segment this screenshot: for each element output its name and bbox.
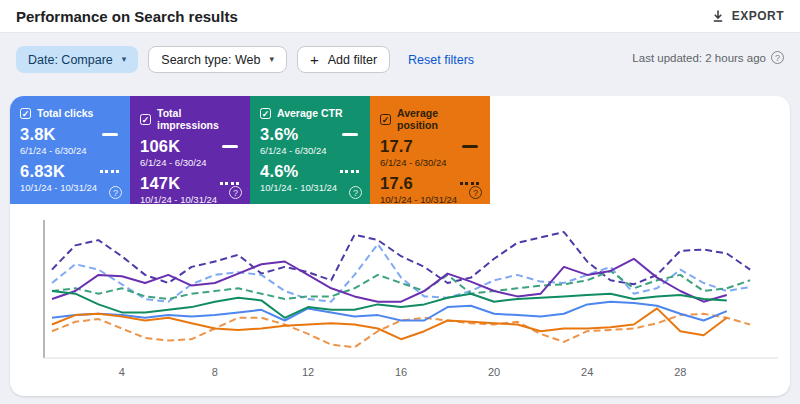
date-filter-label: Date: Compare <box>28 53 113 67</box>
x-axis-tick-label: 12 <box>302 366 314 378</box>
dashed-line-legend-icon <box>340 170 359 173</box>
x-axis-tick-label: 24 <box>581 366 593 378</box>
x-axis-tick-label: 16 <box>395 366 407 378</box>
date-range-current: 6/1/24 - 6/30/24 <box>20 145 120 156</box>
metric-value-compare: 17.6 <box>380 174 413 193</box>
export-label: EXPORT <box>732 9 784 23</box>
top-bar: Performance on Search results EXPORT <box>0 0 800 33</box>
chart-line-position-current <box>52 308 727 339</box>
chart-svg: 481216202428 <box>10 212 790 388</box>
date-filter-chip[interactable]: Date: Compare ▾ <box>16 46 138 73</box>
checkbox-checked-icon[interactable]: ✓ <box>140 114 151 125</box>
search-type-label: Search type: Web <box>161 53 260 67</box>
checkbox-checked-icon[interactable]: ✓ <box>380 114 391 125</box>
plus-icon: + <box>310 52 319 67</box>
chart-line-ctr-compare <box>52 271 750 299</box>
performance-panel: ✓ Total clicks 3.8K 6/1/24 - 6/30/24 6.8… <box>10 96 790 396</box>
metric-card-average-ctr[interactable]: ✓ Average CTR 3.6% 6/1/24 - 6/30/24 4.6%… <box>250 96 370 204</box>
add-filter-button[interactable]: + Add filter <box>297 46 390 73</box>
help-icon[interactable]: ? <box>469 186 482 199</box>
metric-value-compare: 4.6% <box>260 162 298 181</box>
date-range-current: 6/1/24 - 6/30/24 <box>140 157 240 168</box>
metric-value-current: 3.8K <box>20 125 56 144</box>
metric-card-title: Total impressions <box>157 107 240 131</box>
download-icon <box>711 9 725 23</box>
metric-value-compare: 6.83K <box>20 162 65 181</box>
metric-value-current: 17.7 <box>380 137 413 156</box>
metric-card-title: Average position <box>397 107 480 131</box>
search-type-filter-chip[interactable]: Search type: Web ▾ <box>148 46 287 73</box>
chevron-down-icon: ▾ <box>269 55 274 64</box>
x-axis-tick-label: 28 <box>674 366 686 378</box>
metric-value-current: 106K <box>140 137 180 156</box>
date-range-compare: 10/1/24 - 10/31/24 <box>140 194 240 205</box>
checkbox-checked-icon[interactable]: ✓ <box>260 108 271 119</box>
date-range-current: 6/1/24 - 6/30/24 <box>380 157 480 168</box>
metric-card-title: Total clicks <box>37 107 93 119</box>
help-icon[interactable]: ? <box>771 51 784 64</box>
dashed-line-legend-icon <box>460 182 479 185</box>
metric-value-compare: 147K <box>140 174 180 193</box>
dashed-line-legend-icon <box>100 170 119 173</box>
x-axis-tick-label: 20 <box>488 366 500 378</box>
solid-line-legend-icon <box>462 145 478 148</box>
chevron-down-icon: ▾ <box>122 55 127 64</box>
help-icon[interactable]: ? <box>349 186 362 199</box>
chart-line-clicks-compare <box>52 244 750 302</box>
solid-line-legend-icon <box>222 145 238 148</box>
metric-card-total-impressions[interactable]: ✓ Total impressions 106K 6/1/24 - 6/30/2… <box>130 96 250 204</box>
metric-card-average-position[interactable]: ✓ Average position 17.7 6/1/24 - 6/30/24… <box>370 96 490 204</box>
export-button[interactable]: EXPORT <box>711 9 784 23</box>
metric-value-current: 3.6% <box>260 125 298 144</box>
x-axis-tick-label: 4 <box>119 366 125 378</box>
metric-card-total-clicks[interactable]: ✓ Total clicks 3.8K 6/1/24 - 6/30/24 6.8… <box>10 96 130 204</box>
metric-card-title: Average CTR <box>277 107 343 119</box>
page-title: Performance on Search results <box>16 8 238 25</box>
last-updated-text: Last updated: 2 hours ago <box>632 52 766 64</box>
x-axis-tick-label: 8 <box>212 366 218 378</box>
date-range-compare: 10/1/24 - 10/31/24 <box>380 194 480 205</box>
chart-line-ctr-current <box>52 291 727 318</box>
date-range-compare: 10/1/24 - 10/31/24 <box>260 182 360 193</box>
filter-bar: Date: Compare ▾ Search type: Web ▾ + Add… <box>0 33 800 73</box>
checkbox-checked-icon[interactable]: ✓ <box>20 108 31 119</box>
last-updated: Last updated: 2 hours ago ? <box>632 51 784 64</box>
metric-cards-row: ✓ Total clicks 3.8K 6/1/24 - 6/30/24 6.8… <box>10 96 790 204</box>
dashed-line-legend-icon <box>220 182 239 185</box>
date-range-compare: 10/1/24 - 10/31/24 <box>20 182 120 193</box>
solid-line-legend-icon <box>342 133 358 136</box>
help-icon[interactable]: ? <box>229 186 242 199</box>
help-icon[interactable]: ? <box>109 186 122 199</box>
add-filter-label: Add filter <box>328 53 377 67</box>
chart-line-impressions-current <box>52 259 727 302</box>
performance-line-chart[interactable]: 481216202428 <box>10 212 790 388</box>
reset-filters-link[interactable]: Reset filters <box>408 53 474 67</box>
solid-line-legend-icon <box>102 133 118 136</box>
date-range-current: 6/1/24 - 6/30/24 <box>260 145 360 156</box>
